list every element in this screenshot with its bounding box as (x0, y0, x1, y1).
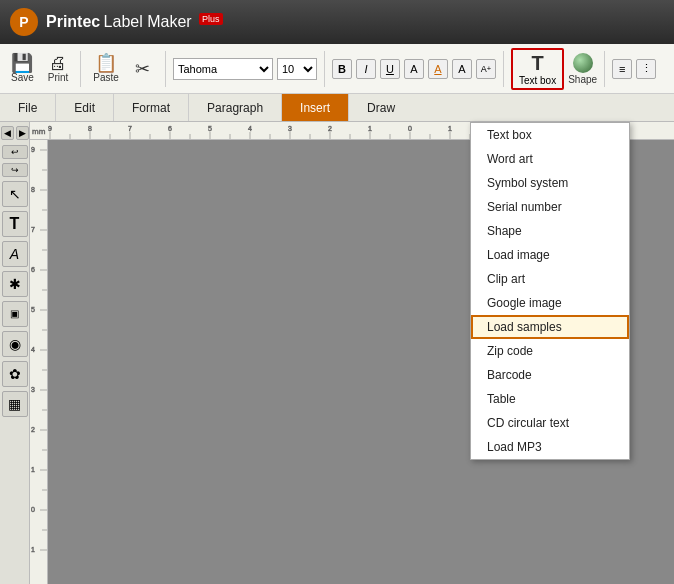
font-size-select[interactable]: 10 (277, 58, 317, 80)
app-title-normal: Label Maker (104, 13, 192, 30)
sep-4 (503, 51, 504, 87)
app-title: Printec Label Maker Plus (46, 13, 223, 31)
bold-button[interactable]: B (332, 59, 352, 79)
menu-shape[interactable]: Shape (471, 219, 629, 243)
svg-text:1: 1 (448, 125, 452, 132)
font-color-button[interactable]: A (404, 59, 424, 79)
insert-dropdown-menu: Text box Word art Symbol system Serial n… (470, 122, 630, 460)
sep-3 (324, 51, 325, 87)
svg-text:9: 9 (31, 146, 35, 153)
print-icon: 🖨 (49, 54, 67, 72)
nav-left-button[interactable]: ◀ (1, 126, 14, 140)
left-ruler: 9 8 7 6 5 4 3 2 (30, 140, 48, 584)
app-title-bold: Printec (46, 13, 100, 30)
menu-format[interactable]: Format (114, 94, 189, 121)
text-box-icon: T (531, 52, 543, 75)
svg-text:3: 3 (31, 386, 35, 393)
svg-text:1: 1 (31, 466, 35, 473)
toolbar: 💾 Save 🖨 Print 📋 Paste ✂ Tahoma 10 B I U… (0, 44, 674, 94)
highlight-button[interactable]: A (428, 59, 448, 79)
svg-text:1: 1 (31, 546, 35, 553)
save-label: Save (11, 72, 34, 83)
menu-load-samples[interactable]: Load samples (471, 315, 629, 339)
paste-icon: 📋 (95, 54, 117, 72)
svg-text:6: 6 (168, 125, 172, 132)
table-tool[interactable]: ▦ (2, 391, 28, 417)
undo-button[interactable]: ↩ (2, 145, 28, 159)
menu-word-art[interactable]: Word art (471, 147, 629, 171)
menu-table[interactable]: Table (471, 387, 629, 411)
menu-barcode[interactable]: Barcode (471, 363, 629, 387)
svg-rect-39 (30, 140, 48, 584)
svg-text:4: 4 (31, 346, 35, 353)
menu-serial-number[interactable]: Serial number (471, 195, 629, 219)
svg-text:8: 8 (88, 125, 92, 132)
logo-letter: P (19, 14, 28, 30)
menu-load-image[interactable]: Load image (471, 243, 629, 267)
symbol-tool[interactable]: ✱ (2, 271, 28, 297)
title-bar: P Printec Label Maker Plus (0, 0, 674, 44)
cut-button[interactable]: ✂ (128, 57, 158, 81)
shape-button[interactable]: Shape (568, 53, 597, 85)
image-tool[interactable]: ✿ (2, 361, 28, 387)
redo-button[interactable]: ↪ (2, 163, 28, 177)
menu-load-mp3[interactable]: Load MP3 (471, 435, 629, 459)
svg-text:2: 2 (328, 125, 332, 132)
svg-text:3: 3 (288, 125, 292, 132)
left-toolbar: ◀ ▶ ↩ ↪ ↖ T A ✱ ▣ ◉ ✿ ▦ (0, 122, 30, 584)
superscript-button[interactable]: A+ (476, 59, 496, 79)
font-select[interactable]: Tahoma (173, 58, 273, 80)
svg-text:6: 6 (31, 266, 35, 273)
menu-draw[interactable]: Draw (349, 94, 413, 121)
align-left-button[interactable]: ≡ (612, 59, 632, 79)
svg-text:1: 1 (368, 125, 372, 132)
nav-row: ◀ ▶ (1, 126, 29, 140)
text-box-button[interactable]: T Text box (511, 48, 564, 90)
select-tool[interactable]: ↖ (2, 181, 28, 207)
print-button[interactable]: 🖨 Print (43, 51, 74, 86)
paste-label: Paste (93, 72, 119, 83)
scissors-icon: ✂ (135, 60, 150, 78)
svg-text:8: 8 (31, 186, 35, 193)
svg-text:5: 5 (31, 306, 35, 313)
menu-insert[interactable]: Insert (282, 94, 349, 121)
text-tool[interactable]: T (2, 211, 28, 237)
svg-text:2: 2 (31, 426, 35, 433)
menu-bar: File Edit Format Paragraph Insert Draw (0, 94, 674, 122)
svg-text:7: 7 (31, 226, 35, 233)
save-icon: 💾 (11, 54, 33, 72)
svg-text:mm: mm (32, 127, 46, 136)
print-label: Print (48, 72, 69, 83)
svg-text:9: 9 (48, 125, 52, 132)
shape-icon (573, 53, 593, 73)
barcode-tool[interactable]: ▣ (2, 301, 28, 327)
menu-paragraph[interactable]: Paragraph (189, 94, 282, 121)
menu-text-box[interactable]: Text box (471, 123, 629, 147)
text-a-tool[interactable]: A (2, 241, 28, 267)
save-button[interactable]: 💾 Save (6, 51, 39, 86)
svg-text:0: 0 (31, 506, 35, 513)
svg-text:0: 0 (408, 125, 412, 132)
menu-cd-circular[interactable]: CD circular text (471, 411, 629, 435)
nav-right-button[interactable]: ▶ (16, 126, 29, 140)
strikethrough-button[interactable]: A (452, 59, 472, 79)
menu-symbol-system[interactable]: Symbol system (471, 171, 629, 195)
menu-zip-code[interactable]: Zip code (471, 339, 629, 363)
plus-badge: Plus (199, 13, 223, 25)
align-center-button[interactable]: ⋮ (636, 59, 656, 79)
sep-5 (604, 51, 605, 87)
menu-google-image[interactable]: Google image (471, 291, 629, 315)
textbox-label: Text box (519, 75, 556, 86)
menu-clip-art[interactable]: Clip art (471, 267, 629, 291)
paste-button[interactable]: 📋 Paste (88, 51, 124, 86)
svg-text:4: 4 (248, 125, 252, 132)
sep-2 (165, 51, 166, 87)
svg-text:5: 5 (208, 125, 212, 132)
menu-edit[interactable]: Edit (56, 94, 114, 121)
shape-label: Shape (568, 74, 597, 85)
main-area: ◀ ▶ ↩ ↪ ↖ T A ✱ ▣ ◉ ✿ ▦ mm 9 8 (0, 122, 674, 584)
shape-tool[interactable]: ◉ (2, 331, 28, 357)
italic-button[interactable]: I (356, 59, 376, 79)
menu-file[interactable]: File (0, 94, 56, 121)
underline-button[interactable]: U (380, 59, 400, 79)
